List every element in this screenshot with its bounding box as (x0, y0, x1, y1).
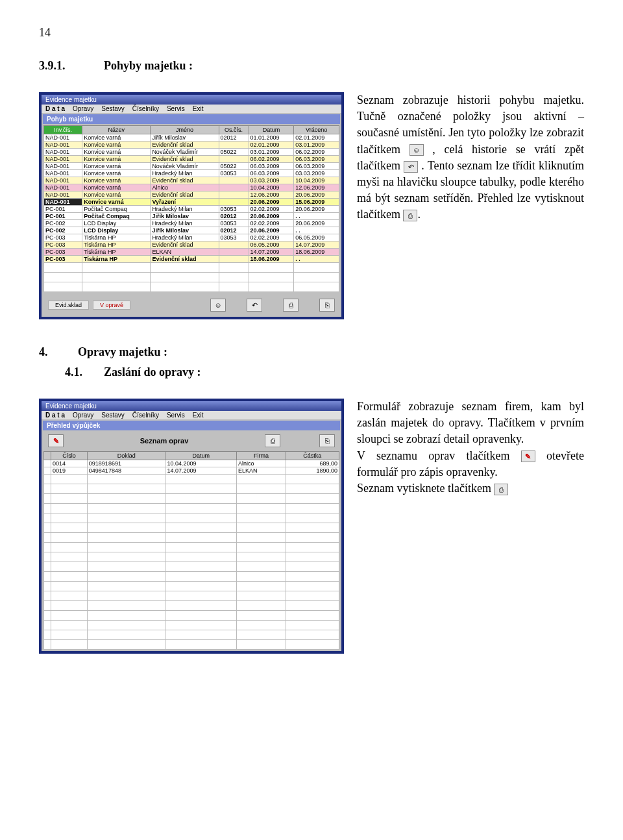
table-row[interactable]: NAD-001Konvice varnáNováček Vladimír0502… (44, 149, 339, 156)
cell (87, 572, 165, 582)
cell: Hradecký Milan (151, 170, 219, 177)
menu2-servis[interactable]: Servis (167, 412, 185, 419)
cell (51, 484, 87, 494)
cell (151, 282, 219, 292)
p2d: Seznam vytisknete tlačítkem (357, 482, 494, 495)
col-header[interactable] (44, 452, 51, 460)
table-row (44, 282, 339, 292)
cell: 03053 (219, 234, 249, 241)
table-row (44, 562, 339, 572)
col-header[interactable]: Částka (286, 452, 339, 460)
menu2-data[interactable]: D a t a (45, 412, 65, 419)
cell (249, 263, 294, 273)
table-row[interactable]: PC-003Tiskárna HPEvidenční sklad18.06.20… (44, 256, 339, 263)
menu-ciselniky[interactable]: Číselníky (132, 105, 159, 112)
table-row[interactable]: NAD-001Konvice varnáNováček Vladimír0502… (44, 163, 339, 170)
close-button[interactable]: ⎘ (319, 299, 335, 312)
table-row (44, 572, 339, 582)
cell (165, 543, 237, 552)
cell: 20.06.2009 (294, 220, 339, 227)
undo-button[interactable]: ↶ (247, 299, 262, 312)
table-row (44, 513, 339, 523)
menu-exit[interactable]: Exit (193, 105, 204, 112)
col-header[interactable]: Datum (165, 452, 237, 460)
table-row[interactable]: NAD-001Konvice varnáEvidenční sklad06.02… (44, 156, 339, 163)
cell: PC-003 (44, 249, 82, 256)
table-row[interactable]: PC-001Počítač CompaqHradecký Milan030530… (44, 206, 339, 213)
cell: NAD-001 (44, 163, 82, 170)
menu-opravy[interactable]: Opravy (73, 105, 93, 112)
cell: 02.01.2009 (249, 142, 294, 149)
print-button[interactable]: ⎙ (283, 299, 299, 312)
table-row[interactable]: PC-002LCD DisplayJiřík Miloslav0201220.0… (44, 227, 339, 234)
cell: 18.06.2009 (249, 256, 294, 263)
table-row[interactable]: NAD-001Konvice varnáAlnico10.04.200912.0… (44, 184, 339, 191)
cell (87, 591, 165, 601)
col-header[interactable]: Inv.čís. (44, 126, 82, 134)
p1d: . (417, 208, 421, 221)
print-button-2[interactable]: ⎙ (265, 434, 280, 447)
col-header[interactable]: Doklad (87, 452, 165, 460)
col-header[interactable]: Jméno (151, 126, 219, 134)
cell (51, 543, 87, 552)
table-row[interactable]: NAD-001Konvice varnáJiřík Miloslav020120… (44, 134, 339, 142)
table-row[interactable]: PC-001Počítač CompaqJiřík Miloslav020122… (44, 213, 339, 220)
table-row[interactable]: PC-003Tiskárna HPHradecký Milan0305302.0… (44, 234, 339, 241)
menu-sestavy[interactable]: Sestavy (101, 105, 125, 112)
cell: 06.03.2009 (294, 163, 339, 170)
cell (237, 572, 286, 582)
cell: Konvice varná (82, 142, 151, 149)
table-row[interactable]: NAD-001Konvice varnáVyřazení20.06.200915… (44, 199, 339, 206)
menu2-opravy[interactable]: Opravy (73, 412, 93, 419)
table-row[interactable]: NAD-001Konvice varnáEvidenční sklad02.01… (44, 142, 339, 149)
cell: Nováček Vladimír (151, 149, 219, 156)
close-button-2[interactable]: ⎘ (319, 434, 335, 447)
menubar-2[interactable]: D a t a Opravy Sestavy Číselníky Servis … (42, 411, 341, 419)
col-header[interactable]: Datum (249, 126, 294, 134)
table-row[interactable]: PC-003Tiskárna HPELKAN14.07.200918.06.20… (44, 249, 339, 256)
cell: Evidenční sklad (151, 241, 219, 249)
cell (286, 621, 339, 630)
col-header[interactable]: Os.čís. (219, 126, 249, 134)
smile-icon: ☺ (409, 144, 424, 156)
cell (286, 543, 339, 552)
edit-button[interactable]: ✎ (48, 434, 64, 447)
table-row[interactable]: PC-003Tiskárna HPEvidenční sklad06.05.20… (44, 241, 339, 249)
table-row[interactable]: 0014091891869110.04.2009Alnico689,00 (44, 460, 339, 467)
cell (51, 513, 87, 523)
cell: Alnico (151, 184, 219, 191)
cell (165, 611, 237, 621)
cell: Evidenční sklad (151, 142, 219, 149)
cell (82, 273, 151, 282)
cell (44, 621, 51, 630)
table-row (44, 591, 339, 601)
cell (87, 513, 165, 523)
col-header[interactable]: Vráceno (294, 126, 339, 134)
table-row[interactable]: NAD-001Konvice varnáHradecký Milan030530… (44, 170, 339, 177)
table-row[interactable]: NAD-001Konvice varnáEvidenční sklad12.06… (44, 191, 339, 199)
table-row[interactable]: 0019049841784814.07.2009ELKAN1890,00 (44, 467, 339, 475)
cell (286, 562, 339, 572)
cell (249, 282, 294, 292)
cell (51, 611, 87, 621)
col-header[interactable]: Firma (237, 452, 286, 460)
cell: PC-003 (44, 256, 82, 263)
col-header[interactable]: Číslo (51, 452, 87, 460)
cell (44, 582, 51, 591)
menu2-sestavy[interactable]: Sestavy (101, 412, 125, 419)
menu2-ciselniky[interactable]: Číselníky (132, 412, 159, 419)
cell (165, 513, 237, 523)
menubar[interactable]: D a t a Opravy Sestavy Číselníky Servis … (42, 105, 341, 113)
cell (44, 513, 51, 523)
menu2-exit[interactable]: Exit (193, 412, 204, 419)
cell: Konvice varná (82, 134, 151, 142)
menu-servis[interactable]: Servis (167, 105, 185, 112)
cell (286, 484, 339, 494)
col-header[interactable]: Název (82, 126, 151, 134)
smile-button[interactable]: ☺ (210, 299, 226, 312)
cell (219, 156, 249, 163)
cell (286, 582, 339, 591)
table-row[interactable]: NAD-001Konvice varnáEvidenční sklad03.03… (44, 177, 339, 184)
table-row[interactable]: PC-002LCD DisplayHradecký Milan0305302.0… (44, 220, 339, 227)
menu-data[interactable]: D a t a (45, 105, 65, 112)
